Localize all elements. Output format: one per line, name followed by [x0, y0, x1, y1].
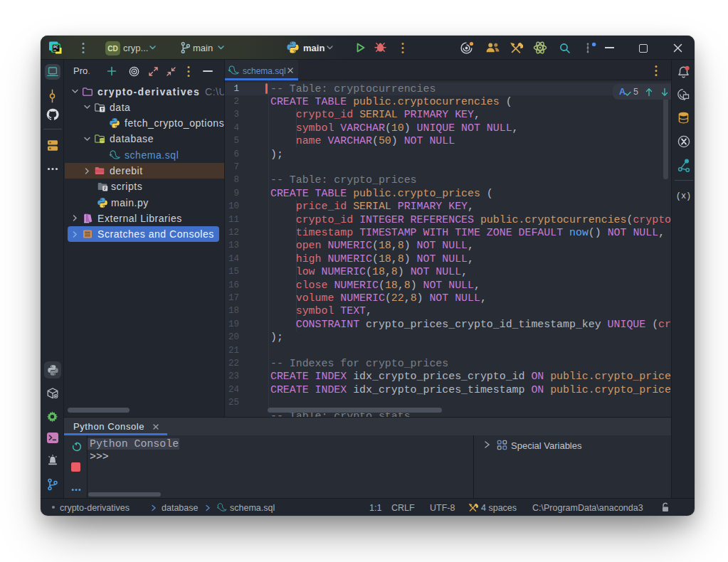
svg-text:PC: PC [53, 45, 58, 49]
